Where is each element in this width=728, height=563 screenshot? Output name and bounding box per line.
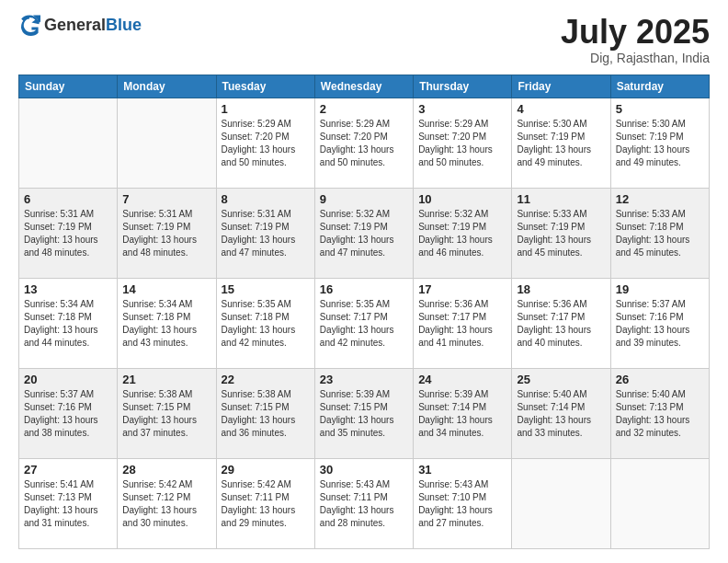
calendar-cell: 4Sunrise: 5:30 AMSunset: 7:19 PMDaylight… [512,98,610,188]
calendar-cell: 25Sunrise: 5:40 AMSunset: 7:14 PMDayligh… [512,368,610,458]
calendar: SundayMondayTuesdayWednesdayThursdayFrid… [18,75,710,549]
calendar-cell [512,458,610,548]
day-number: 6 [24,192,112,206]
day-number: 17 [418,282,506,296]
cell-info: Sunrise: 5:42 AMSunset: 7:12 PMDaylight:… [122,478,210,530]
calendar-cell: 18Sunrise: 5:36 AMSunset: 7:17 PMDayligh… [512,278,610,368]
logo-general: General [44,16,106,34]
calendar-cell: 21Sunrise: 5:38 AMSunset: 7:15 PMDayligh… [118,368,216,458]
day-number: 18 [517,282,605,296]
calendar-cell: 14Sunrise: 5:34 AMSunset: 7:18 PMDayligh… [118,278,216,368]
calendar-cell: 29Sunrise: 5:42 AMSunset: 7:11 PMDayligh… [216,458,314,548]
header: GeneralBlue July 2025 Dig, Rajasthan, In… [18,14,710,65]
calendar-cell [118,98,216,188]
location: Dig, Rajasthan, India [561,51,710,65]
logo-text: GeneralBlue [44,16,142,35]
calendar-cell: 5Sunrise: 5:30 AMSunset: 7:19 PMDaylight… [610,98,709,188]
weekday-header: Monday [118,75,216,98]
day-number: 24 [418,373,506,386]
day-number: 23 [320,373,408,386]
day-number: 14 [122,282,210,296]
cell-info: Sunrise: 5:39 AMSunset: 7:15 PMDaylight:… [320,388,408,440]
cell-info: Sunrise: 5:40 AMSunset: 7:13 PMDaylight:… [616,388,704,440]
day-number: 25 [517,373,605,386]
cell-info: Sunrise: 5:29 AMSunset: 7:20 PMDaylight:… [320,118,408,169]
calendar-cell: 2Sunrise: 5:29 AMSunset: 7:20 PMDaylight… [314,98,413,188]
weekday-header: Friday [512,75,610,98]
day-number: 8 [222,192,310,206]
calendar-cell [19,98,118,188]
calendar-cell: 8Sunrise: 5:31 AMSunset: 7:19 PMDaylight… [216,188,314,278]
month-title: July 2025 [561,14,710,51]
title-block: July 2025 Dig, Rajasthan, India [561,14,710,65]
day-number: 2 [320,102,408,116]
cell-info: Sunrise: 5:31 AMSunset: 7:19 PMDaylight:… [24,208,112,259]
weekday-header: Thursday [414,75,512,98]
calendar-cell: 16Sunrise: 5:35 AMSunset: 7:17 PMDayligh… [314,278,413,368]
calendar-cell: 24Sunrise: 5:39 AMSunset: 7:14 PMDayligh… [414,368,512,458]
cell-info: Sunrise: 5:31 AMSunset: 7:19 PMDaylight:… [122,208,210,259]
day-number: 26 [616,373,704,386]
cell-info: Sunrise: 5:34 AMSunset: 7:18 PMDaylight:… [122,298,210,350]
cell-info: Sunrise: 5:43 AMSunset: 7:10 PMDaylight:… [418,478,506,530]
cell-info: Sunrise: 5:42 AMSunset: 7:11 PMDaylight:… [222,478,310,530]
day-number: 11 [517,192,605,206]
cell-info: Sunrise: 5:38 AMSunset: 7:15 PMDaylight:… [222,388,310,440]
day-number: 7 [122,192,210,206]
day-number: 5 [616,102,704,116]
day-number: 20 [24,373,112,386]
cell-info: Sunrise: 5:37 AMSunset: 7:16 PMDaylight:… [24,388,112,440]
cell-info: Sunrise: 5:43 AMSunset: 7:11 PMDaylight:… [320,478,408,530]
calendar-cell: 28Sunrise: 5:42 AMSunset: 7:12 PMDayligh… [118,458,216,548]
day-number: 21 [122,373,210,386]
day-number: 31 [418,463,506,477]
cell-info: Sunrise: 5:30 AMSunset: 7:19 PMDaylight:… [517,118,605,169]
calendar-cell: 15Sunrise: 5:35 AMSunset: 7:18 PMDayligh… [216,278,314,368]
calendar-cell: 26Sunrise: 5:40 AMSunset: 7:13 PMDayligh… [610,368,709,458]
day-number: 13 [24,282,112,296]
cell-info: Sunrise: 5:30 AMSunset: 7:19 PMDaylight:… [616,118,704,169]
cell-info: Sunrise: 5:40 AMSunset: 7:14 PMDaylight:… [517,388,605,440]
cell-info: Sunrise: 5:33 AMSunset: 7:19 PMDaylight:… [517,208,605,259]
day-number: 9 [320,192,408,206]
calendar-cell: 23Sunrise: 5:39 AMSunset: 7:15 PMDayligh… [314,368,413,458]
cell-info: Sunrise: 5:29 AMSunset: 7:20 PMDaylight:… [418,118,506,169]
day-number: 12 [616,192,704,206]
day-number: 1 [222,102,310,116]
day-number: 22 [222,373,310,386]
page: GeneralBlue July 2025 Dig, Rajasthan, In… [0,0,728,563]
cell-info: Sunrise: 5:35 AMSunset: 7:17 PMDaylight:… [320,298,408,350]
calendar-cell: 22Sunrise: 5:38 AMSunset: 7:15 PMDayligh… [216,368,314,458]
weekday-header: Saturday [610,75,709,98]
day-number: 3 [418,102,506,116]
cell-info: Sunrise: 5:41 AMSunset: 7:13 PMDaylight:… [24,478,112,530]
logo: GeneralBlue [18,14,142,36]
cell-info: Sunrise: 5:38 AMSunset: 7:15 PMDaylight:… [122,388,210,440]
day-number: 16 [320,282,408,296]
calendar-cell: 7Sunrise: 5:31 AMSunset: 7:19 PMDaylight… [118,188,216,278]
cell-info: Sunrise: 5:37 AMSunset: 7:16 PMDaylight:… [616,298,704,350]
calendar-cell: 12Sunrise: 5:33 AMSunset: 7:18 PMDayligh… [610,188,709,278]
weekday-header: Wednesday [314,75,413,98]
cell-info: Sunrise: 5:32 AMSunset: 7:19 PMDaylight:… [320,208,408,259]
weekday-header: Sunday [19,75,118,98]
day-number: 30 [320,463,408,477]
calendar-cell: 11Sunrise: 5:33 AMSunset: 7:19 PMDayligh… [512,188,610,278]
cell-info: Sunrise: 5:34 AMSunset: 7:18 PMDaylight:… [24,298,112,350]
calendar-cell: 10Sunrise: 5:32 AMSunset: 7:19 PMDayligh… [414,188,512,278]
day-number: 10 [418,192,506,206]
day-number: 27 [24,463,112,477]
day-number: 19 [616,282,704,296]
calendar-cell [610,458,709,548]
cell-info: Sunrise: 5:36 AMSunset: 7:17 PMDaylight:… [517,298,605,350]
calendar-cell: 17Sunrise: 5:36 AMSunset: 7:17 PMDayligh… [414,278,512,368]
day-number: 4 [517,102,605,116]
cell-info: Sunrise: 5:32 AMSunset: 7:19 PMDaylight:… [418,208,506,259]
calendar-cell: 13Sunrise: 5:34 AMSunset: 7:18 PMDayligh… [19,278,118,368]
cell-info: Sunrise: 5:29 AMSunset: 7:20 PMDaylight:… [222,118,310,169]
weekday-header: Tuesday [216,75,314,98]
logo-icon [18,14,40,36]
cell-info: Sunrise: 5:36 AMSunset: 7:17 PMDaylight:… [418,298,506,350]
calendar-cell: 30Sunrise: 5:43 AMSunset: 7:11 PMDayligh… [314,458,413,548]
day-number: 29 [222,463,310,477]
